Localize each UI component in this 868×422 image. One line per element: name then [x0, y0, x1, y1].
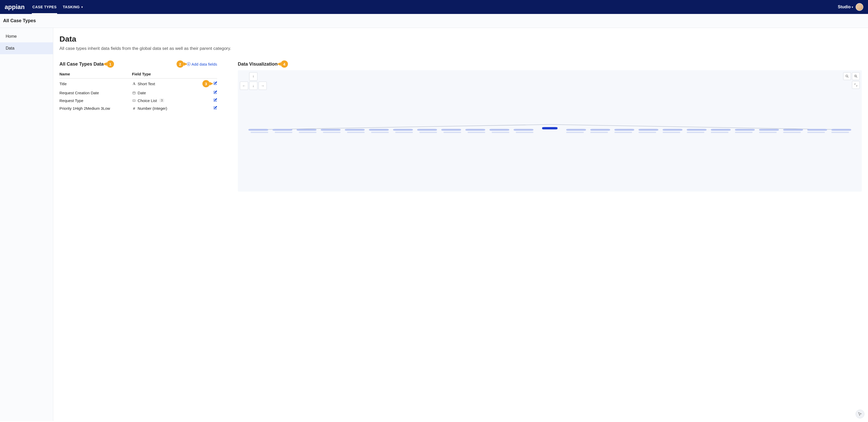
studio-label: Studio — [838, 5, 851, 9]
pan-up-button[interactable]: ↑ — [249, 72, 257, 80]
data-section-header: All Case Types Data 1 2 + Add data field… — [59, 60, 217, 68]
svg-rect-62 — [831, 132, 849, 133]
zoom-in-button[interactable] — [852, 72, 860, 80]
sidebar-item-data[interactable]: Data — [0, 42, 53, 54]
visualization-panel: ↑ ← ↓ → — [238, 70, 862, 192]
sidebar-item-label: Home — [6, 34, 17, 38]
user-avatar[interactable] — [856, 3, 863, 11]
svg-rect-17 — [321, 129, 340, 131]
add-data-fields-link[interactable]: + Add data fields — [187, 62, 217, 66]
nav-case-types-label: CASE TYPES — [32, 5, 57, 9]
edit-icon[interactable] — [213, 91, 217, 95]
nav-tasking-label: TASKING — [63, 5, 80, 9]
svg-rect-24 — [490, 129, 509, 131]
field-name: Title — [59, 78, 132, 89]
svg-rect-34 — [759, 129, 779, 131]
data-fields-table: Name Field Type Title A Short Text — [59, 70, 217, 112]
edit-icon[interactable] — [213, 82, 217, 86]
data-fields-column: All Case Types Data 1 2 + Add data field… — [59, 60, 217, 112]
field-name: Request Type — [59, 97, 132, 104]
svg-rect-25 — [514, 129, 533, 131]
nav-tasking[interactable]: TASKING ▼ — [62, 0, 84, 14]
svg-rect-22 — [441, 129, 461, 131]
svg-rect-27 — [590, 129, 610, 131]
field-type-cell: Date — [132, 91, 202, 95]
svg-rect-14 — [248, 129, 268, 131]
svg-line-9 — [856, 77, 858, 78]
page-description: All case types inherit data fields from … — [59, 46, 862, 51]
pan-right-button[interactable]: → — [258, 82, 267, 90]
svg-rect-32 — [711, 129, 731, 131]
viz-section-title-wrap: Data Visualization 4 — [238, 60, 862, 68]
svg-rect-53 — [614, 132, 632, 133]
svg-rect-50 — [516, 132, 533, 133]
help-fab-button[interactable] — [856, 410, 864, 418]
topbar-right: Studio ▾ — [838, 3, 863, 11]
field-type-cell: # Number (Integer) — [132, 106, 202, 110]
svg-rect-47 — [443, 132, 461, 133]
dropdown-icon — [132, 99, 136, 102]
svg-rect-26 — [566, 129, 586, 131]
col-header-field-type: Field Type — [132, 70, 202, 78]
svg-rect-16 — [297, 129, 316, 131]
fit-screen-button[interactable] — [852, 81, 860, 89]
content-columns: All Case Types Data 1 2 + Add data field… — [59, 60, 862, 192]
sidebar-item-home[interactable]: Home — [0, 30, 53, 42]
svg-rect-29 — [639, 129, 658, 131]
svg-rect-0 — [133, 92, 135, 94]
svg-rect-40 — [275, 132, 292, 133]
svg-rect-49 — [492, 132, 509, 133]
field-type-label: Date — [138, 91, 146, 95]
svg-rect-51 — [566, 132, 584, 133]
viz-zoom-controls — [842, 72, 860, 89]
data-section-title: All Case Types Data — [59, 62, 104, 67]
svg-rect-21 — [417, 129, 437, 131]
svg-rect-57 — [711, 132, 728, 133]
studio-dropdown[interactable]: Studio ▾ — [838, 5, 853, 9]
add-data-fields-label: Add data fields — [191, 62, 217, 66]
top-bar: appian CASE TYPES TASKING ▼ Studio ▾ — [0, 0, 868, 14]
svg-rect-15 — [273, 129, 292, 131]
svg-rect-43 — [347, 132, 365, 133]
viz-nav-controls: ↑ ← ↓ → — [240, 72, 267, 90]
subheader-title: All Case Types — [3, 18, 865, 24]
sub-header: All Case Types — [0, 14, 868, 28]
edit-icon[interactable] — [213, 106, 217, 110]
main-content: Data All case types inherit data fields … — [53, 28, 868, 421]
field-type-label: Choice List — [138, 98, 157, 103]
erd-graph[interactable] — [243, 122, 857, 138]
svg-rect-46 — [420, 132, 437, 133]
appian-logo[interactable]: appian — [5, 3, 25, 10]
svg-rect-20 — [393, 129, 413, 131]
data-section-title-wrap: All Case Types Data 1 — [59, 60, 114, 68]
nav-case-types[interactable]: CASE TYPES — [32, 0, 57, 14]
edit-icon[interactable] — [213, 98, 217, 103]
col-header-name: Name — [59, 70, 132, 78]
field-name: Priority 1High 2Medium 3Low — [59, 104, 132, 112]
plus-circle-icon: + — [187, 62, 190, 66]
calendar-icon — [132, 91, 136, 95]
zoom-out-button[interactable] — [843, 72, 851, 80]
svg-rect-31 — [687, 129, 707, 131]
svg-rect-37 — [831, 129, 851, 131]
svg-rect-59 — [759, 132, 777, 133]
svg-rect-4 — [133, 99, 135, 101]
svg-line-6 — [847, 77, 848, 78]
visualization-column: Data Visualization 4 ↑ ← ↓ → — [238, 60, 862, 192]
pan-left-button[interactable]: ← — [240, 82, 248, 90]
left-sidebar: Home Data — [0, 28, 53, 421]
pan-down-button[interactable]: ↓ — [249, 82, 257, 90]
top-nav: CASE TYPES TASKING ▼ — [32, 0, 84, 14]
topbar-left: appian CASE TYPES TASKING ▼ — [5, 0, 84, 14]
svg-rect-39 — [251, 132, 268, 133]
field-type-cell: A Short Text — [132, 82, 202, 86]
table-row: Title A Short Text 3 — [59, 78, 217, 89]
svg-rect-58 — [735, 132, 752, 133]
field-type-label: Number (Integer) — [138, 106, 167, 110]
field-type-label: Short Text — [138, 82, 155, 86]
callout-1: 1 — [107, 60, 114, 68]
svg-rect-45 — [395, 132, 413, 133]
svg-rect-54 — [639, 132, 656, 133]
svg-rect-38 — [542, 127, 557, 129]
svg-rect-33 — [735, 129, 754, 131]
